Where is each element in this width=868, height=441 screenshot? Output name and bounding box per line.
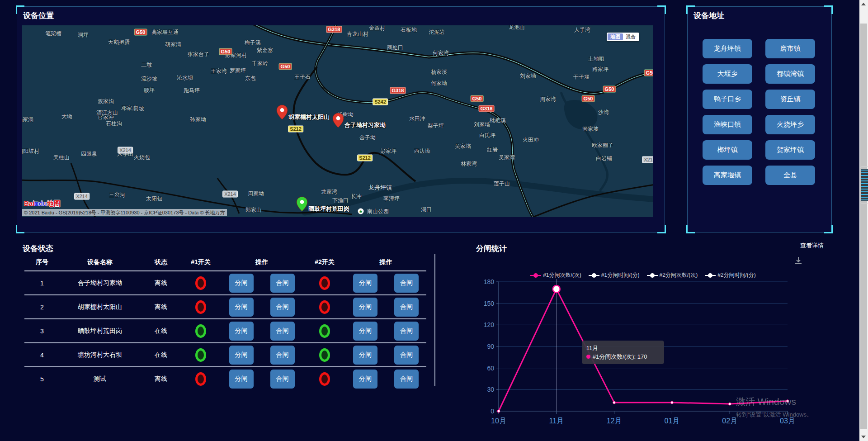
device-name: 塘坊河村大石坝 bbox=[60, 351, 140, 359]
address-button[interactable]: 都镇湾镇 bbox=[765, 64, 815, 84]
device-status: 在线 bbox=[140, 327, 182, 335]
svg-text:180: 180 bbox=[484, 278, 495, 285]
address-button[interactable]: 榔坪镇 bbox=[703, 140, 752, 160]
table-row: 5测试离线分闸合闸分闸合闸 bbox=[24, 367, 426, 390]
map-place-label: 渡家沟 bbox=[98, 98, 114, 105]
close-switch-button[interactable]: 合闸 bbox=[394, 274, 419, 293]
map-place-label: 湖口 bbox=[421, 206, 432, 213]
watermark-line2: 转到“设置”以激活 Windows。 bbox=[736, 411, 812, 419]
scrollbar-down-arrow[interactable] bbox=[861, 436, 866, 438]
map-place-label: 管家坡 bbox=[582, 125, 599, 133]
address-button[interactable]: 高家堰镇 bbox=[703, 166, 752, 185]
open-switch-button[interactable]: 分闸 bbox=[229, 346, 254, 365]
baidu-logo-text: 地图 bbox=[47, 199, 61, 207]
address-button[interactable]: 火烧坪乡 bbox=[765, 115, 815, 134]
scrollbar-marker-widget bbox=[860, 166, 868, 204]
svg-text:60: 60 bbox=[487, 365, 494, 372]
map-place-label: 土地咀 bbox=[588, 55, 604, 63]
table-header: 序号 bbox=[24, 258, 60, 266]
close-switch-button[interactable]: 合闸 bbox=[394, 298, 419, 317]
map-place-label: 龙家湾 bbox=[321, 188, 337, 196]
table-header: #1开关 bbox=[182, 258, 220, 266]
map-place-label: 沱泥岩 bbox=[429, 28, 445, 36]
open-switch-button[interactable]: 分闸 bbox=[229, 298, 254, 317]
map-place-label: 阴阳坡村 bbox=[22, 147, 39, 155]
map-place-label: 王子石 bbox=[294, 73, 311, 81]
map-place-label: 四眼泉 bbox=[81, 150, 97, 158]
map-place-label: 笔架槽 bbox=[45, 30, 61, 38]
address-button[interactable]: 全县 bbox=[765, 166, 815, 185]
table-header: #2开关 bbox=[304, 258, 345, 266]
svg-text:01月: 01月 bbox=[665, 417, 680, 425]
map-place-label: 林家湾 bbox=[461, 160, 477, 168]
close-switch-button[interactable]: 合闸 bbox=[270, 298, 295, 317]
open-switch-button[interactable]: 分闸 bbox=[353, 346, 377, 365]
map-place-label: 天柱山 bbox=[53, 154, 70, 161]
device-status: 离线 bbox=[140, 279, 182, 287]
close-switch-button[interactable]: 合闸 bbox=[394, 322, 419, 341]
map-pin[interactable] bbox=[276, 104, 288, 120]
map-place-label: 吴家湾 bbox=[499, 154, 515, 161]
baidu-logo[interactable]: Bai◙du地图 bbox=[24, 199, 61, 208]
address-button[interactable]: 磨市镇 bbox=[765, 39, 815, 58]
address-button[interactable]: 贺家坪镇 bbox=[765, 140, 815, 160]
map-pin[interactable] bbox=[332, 113, 344, 128]
map-place-label: 何家湾 bbox=[433, 49, 449, 57]
address-button[interactable]: 资丘镇 bbox=[765, 90, 815, 109]
open-switch-button[interactable]: 分闸 bbox=[229, 322, 254, 341]
map-place-label: 长冲 bbox=[351, 193, 362, 200]
device-status: 离线 bbox=[140, 375, 182, 383]
address-button[interactable]: 龙舟坪镇 bbox=[703, 39, 752, 58]
map-place-label: 干子堰 bbox=[573, 73, 590, 81]
map-place-label: 东包 bbox=[245, 75, 256, 82]
close-switch-button[interactable]: 合闸 bbox=[270, 274, 295, 293]
device-status: 离线 bbox=[140, 303, 182, 311]
open-switch-button[interactable]: 分闸 bbox=[229, 274, 254, 293]
switch-lamp-red bbox=[319, 300, 330, 314]
map-place-label: 金益村 bbox=[369, 25, 385, 32]
map-pin[interactable] bbox=[296, 196, 308, 212]
address-button[interactable]: 大堰乡 bbox=[703, 64, 752, 84]
map-place-label: 石柱沟 bbox=[106, 120, 122, 128]
close-switch-button[interactable]: 合闸 bbox=[270, 370, 295, 389]
table-row: 1合子坳村习家坳离线分闸合闸分闸合闸 bbox=[24, 271, 426, 295]
map-place-label: 周家坳 bbox=[248, 190, 264, 198]
svg-text:02月: 02月 bbox=[722, 417, 737, 425]
open-switch-button[interactable]: 分闸 bbox=[353, 274, 377, 293]
baidu-map[interactable]: 笔架槽洞坪高家堰互通青龙山村金益村石板地沱泥岩龙池山人手湾天鹅抱蛋胡家湾梅子溪紫… bbox=[22, 25, 653, 217]
close-switch-button[interactable]: 合闸 bbox=[270, 346, 295, 365]
map-place-label: 下渔口 bbox=[332, 197, 349, 204]
road-badge-s242: S242 bbox=[373, 99, 388, 105]
close-switch-button[interactable]: 合闸 bbox=[270, 322, 295, 341]
map-type-hybrid[interactable]: 混合 bbox=[623, 33, 638, 40]
map-place-label: 沙湾 bbox=[598, 109, 609, 116]
dashboard-page: 设备位置 笔架槽洞坪高家堰互通青龙山村金益村石板地沱泥岩龙池山人手湾天鹅抱蛋胡家… bbox=[0, 0, 868, 441]
map-place-label: 彭家坪 bbox=[380, 147, 396, 155]
row-index: 1 bbox=[24, 280, 60, 287]
map-place-label: 梨子坪 bbox=[428, 122, 444, 130]
address-button[interactable]: 渔峡口镇 bbox=[703, 115, 752, 134]
map-place-label: 张家台子 bbox=[188, 51, 209, 58]
svg-text:30: 30 bbox=[487, 386, 494, 393]
address-button[interactable]: 鸭子口乡 bbox=[703, 90, 752, 109]
corner-bracket bbox=[657, 225, 666, 233]
map-place-label: 李潭坪 bbox=[383, 195, 400, 203]
close-switch-button[interactable]: 合闸 bbox=[394, 370, 419, 389]
open-switch-button[interactable]: 分闸 bbox=[229, 370, 254, 389]
open-switch-button[interactable]: 分闸 bbox=[353, 298, 377, 317]
page-scrollbar[interactable] bbox=[859, 0, 868, 441]
switch-lamp-green bbox=[319, 348, 330, 362]
open-switch-button[interactable]: 分闸 bbox=[353, 370, 377, 389]
svg-text:0: 0 bbox=[491, 408, 494, 415]
device-status-table: 序号设备名称状态#1开关操作#2开关操作1合子坳村习家坳离线分闸合闸分闸合闸2胡… bbox=[24, 254, 426, 390]
close-switch-button[interactable]: 合闸 bbox=[394, 346, 419, 365]
open-switch-button[interactable]: 分闸 bbox=[353, 322, 377, 341]
scrollbar-thumb[interactable] bbox=[860, 24, 867, 429]
scrollbar-up-arrow[interactable] bbox=[861, 3, 866, 5]
table-row: 3晒鼓坪村荒田岗在线分闸合闸分闸合闸 bbox=[24, 319, 426, 343]
road-badge-g50: G50 bbox=[603, 86, 616, 93]
map-place-label: 枇杷溪 bbox=[490, 117, 506, 124]
map-type-map[interactable]: 地图 bbox=[608, 33, 623, 40]
road-badge-g50: G50 bbox=[279, 63, 292, 70]
map-town-label: 龙舟坪镇 bbox=[368, 184, 392, 192]
